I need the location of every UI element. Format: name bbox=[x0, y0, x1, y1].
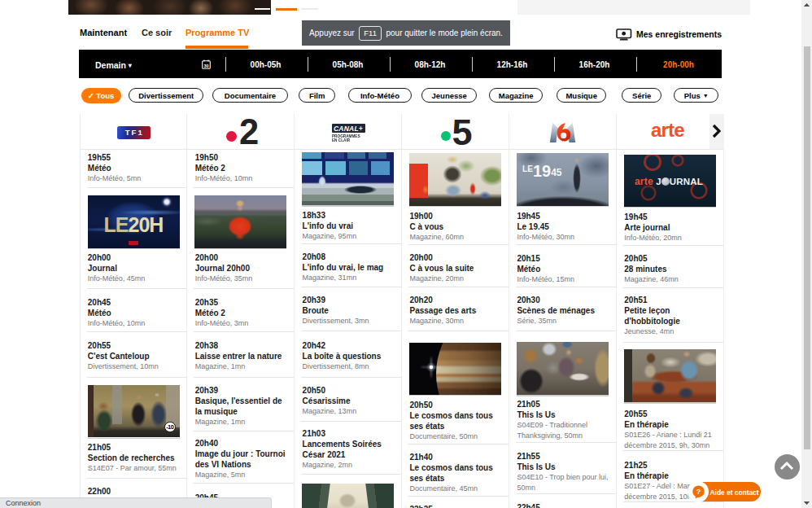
svg-text:30: 30 bbox=[203, 64, 208, 68]
svg-text:?: ? bbox=[696, 487, 701, 496]
